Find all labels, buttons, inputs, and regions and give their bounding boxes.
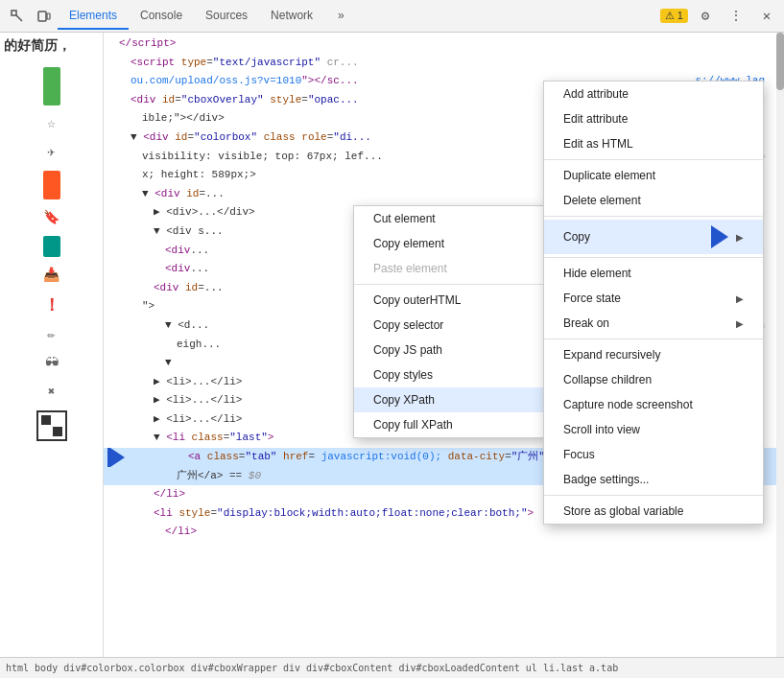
orange-sidebar-block — [43, 171, 60, 199]
teal-sidebar-block — [43, 236, 60, 257]
star-icon: ☆ — [41, 113, 62, 134]
html-line: </li> — [104, 523, 784, 542]
menu-item-duplicate[interactable]: Duplicate element — [544, 163, 763, 188]
arrow-right-indicator — [107, 448, 125, 467]
menu-item-cut[interactable]: Cut element — [354, 206, 544, 231]
main-container: 的好简历， ☆ ✈ 🔖 📥 ！ ✏ 🕶 ✖ </script> — [0, 33, 784, 657]
menu-item-collapse[interactable]: Collapse children — [544, 367, 763, 392]
arrow-right-copy — [711, 225, 728, 248]
qr-code — [36, 410, 67, 441]
scrollbar-track[interactable] — [776, 33, 784, 657]
warning-badge: ⚠ 1 — [660, 9, 688, 23]
menu-item-break-on[interactable]: Break on ▶ — [544, 311, 763, 336]
menu-item-copy-styles[interactable]: Copy styles — [354, 362, 544, 387]
menu-item-copy-element[interactable]: Copy element — [354, 231, 544, 256]
menu-item-scroll[interactable]: Scroll into view — [544, 417, 763, 442]
bottom-breadcrumb: html body div#colorbox.colorbox div#cbox… — [6, 663, 618, 673]
menu-item-expand[interactable]: Expand recursively — [544, 342, 763, 367]
menu-item-global-var[interactable]: Store as global variable — [544, 499, 763, 524]
menu-item-edit-attr[interactable]: Edit attribute — [544, 106, 763, 131]
devtools-toolbar: Elements Console Sources Network » ⚠ 1 ⚙… — [0, 0, 784, 33]
separator — [544, 159, 763, 160]
sidebar-icons: ☆ ✈ 🔖 📥 ！ ✏ 🕶 ✖ — [0, 59, 103, 449]
svg-line-1 — [16, 15, 22, 21]
website-chinese-text: 的好简历， — [4, 36, 99, 56]
more-options-icon[interactable]: ⋮ — [723, 3, 749, 30]
settings-icon[interactable]: ⚙ — [692, 3, 719, 30]
menu-item-add-attr[interactable]: Add attribute — [544, 82, 763, 106]
exclamation-icon: ！ — [43, 293, 60, 316]
device-icon[interactable] — [31, 3, 58, 30]
svg-rect-2 — [38, 12, 46, 21]
menu-item-badge[interactable]: Badge settings... — [544, 467, 763, 492]
tab-sources[interactable]: Sources — [194, 3, 259, 30]
send-icon: ✈ — [41, 142, 62, 163]
website-panel: 的好简历， ☆ ✈ 🔖 📥 ！ ✏ 🕶 ✖ — [0, 33, 104, 657]
bottom-bar: html body div#colorbox.colorbox div#cbox… — [0, 657, 784, 678]
menu-item-copy-jspath[interactable]: Copy JS path — [354, 338, 544, 362]
green-sidebar-block — [43, 67, 60, 105]
website-preview: 的好简历， — [0, 33, 103, 59]
tab-console[interactable]: Console — [129, 3, 194, 30]
separator — [544, 257, 763, 258]
left-context-menu[interactable]: Cut element Copy element Paste element C… — [353, 205, 545, 438]
scrollbar-thumb[interactable] — [776, 33, 784, 90]
menu-item-force-state[interactable]: Force state ▶ — [544, 286, 763, 311]
inbox-icon: 📥 — [41, 265, 62, 286]
inspect-icon[interactable] — [4, 3, 31, 30]
close-circle-icon: ✖ — [41, 382, 62, 403]
menu-item-copy[interactable]: Copy ▶ — [544, 220, 763, 254]
separator — [544, 216, 763, 217]
bookmark-icon: 🔖 — [41, 207, 62, 228]
menu-item-edit-html[interactable]: Edit as HTML — [544, 131, 763, 156]
menu-item-paste: Paste element — [354, 256, 544, 281]
separator — [354, 284, 544, 285]
separator — [544, 495, 763, 496]
menu-item-copy-xpath[interactable]: Copy XPath — [354, 387, 544, 412]
submenu-arrow-force: ▶ — [736, 293, 744, 304]
close-icon[interactable]: ✕ — [753, 3, 780, 30]
menu-item-delete[interactable]: Delete element — [544, 188, 763, 213]
tab-elements[interactable]: Elements — [58, 3, 129, 30]
selected-line-content: <a class="tab" href= javascript:void(0);… — [165, 451, 552, 462]
tab-network[interactable]: Network — [259, 3, 324, 30]
menu-item-copy-outer[interactable]: Copy outerHTML — [354, 288, 544, 313]
right-context-menu[interactable]: Add attribute Edit attribute Edit as HTM… — [543, 81, 764, 525]
html-line: <script type="text/javascript" cr... — [104, 54, 784, 73]
menu-item-hide[interactable]: Hide element — [544, 261, 763, 286]
svg-rect-3 — [47, 13, 50, 19]
pencil-icon: ✏ — [41, 324, 62, 345]
submenu-arrow-break: ▶ — [736, 318, 744, 329]
menu-item-capture[interactable]: Capture node screenshot — [544, 392, 763, 417]
svg-rect-0 — [12, 11, 16, 15]
html-line: </script> — [104, 35, 784, 54]
submenu-arrow-copy: ▶ — [736, 232, 744, 243]
menu-item-copy-full-xpath[interactable]: Copy full XPath — [354, 412, 544, 437]
more-tabs-button[interactable]: » — [326, 3, 356, 30]
menu-item-copy-selector[interactable]: Copy selector — [354, 313, 544, 338]
glasses-icon: 🕶 — [41, 353, 62, 374]
separator — [544, 339, 763, 339]
menu-item-focus[interactable]: Focus — [544, 442, 763, 467]
elements-panel: </script> <script type="text/javascript"… — [104, 33, 784, 657]
